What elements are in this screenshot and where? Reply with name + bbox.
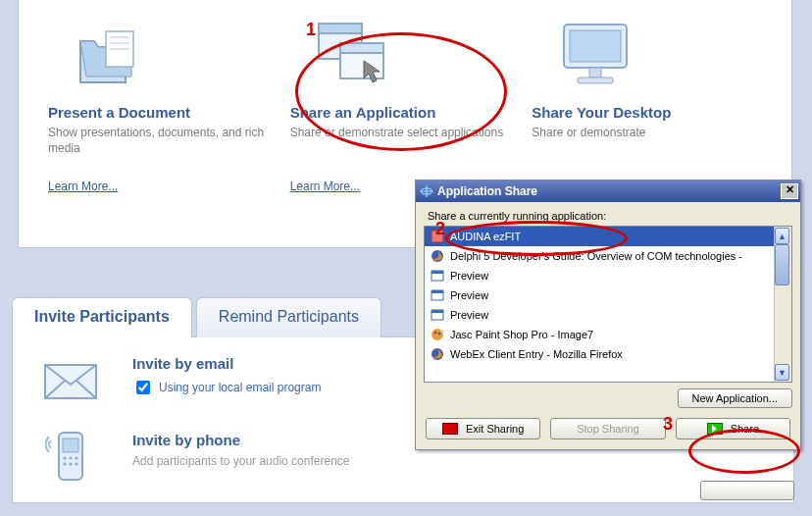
- svg-rect-5: [319, 24, 362, 33]
- tab-remind-participants[interactable]: Remind Participants: [196, 297, 381, 337]
- globe-icon: [420, 184, 433, 198]
- list-scrollbar[interactable]: ▲ ▼: [774, 227, 791, 382]
- app-item-preview[interactable]: Preview: [425, 285, 791, 305]
- checkbox-text: Using your local email program: [159, 381, 321, 394]
- stop-square-icon: [442, 423, 458, 435]
- windows-cursor-icon: [290, 8, 418, 102]
- option-desc: Share or demonstrate select applications: [290, 125, 503, 158]
- application-share-dialog: Application Share ✕ Share a currently ru…: [415, 180, 801, 450]
- option-desc: Share or demonstrate: [532, 125, 645, 158]
- scroll-thumb[interactable]: [775, 244, 789, 285]
- option-share-application[interactable]: Share an Application Share or demonstrat…: [290, 8, 533, 193]
- button-label: Exit Sharing: [466, 423, 524, 435]
- invite-email-title: Invite by email: [132, 355, 321, 372]
- app-label: Preview: [450, 270, 488, 282]
- app-item-preview[interactable]: Preview: [425, 266, 791, 285]
- scroll-up-icon[interactable]: ▲: [775, 228, 789, 244]
- app-item-audina[interactable]: AUDINA ezFIT: [425, 227, 791, 246]
- option-title: Share an Application: [290, 104, 436, 121]
- local-email-checkbox-label[interactable]: Using your local email program: [132, 378, 321, 397]
- svg-rect-23: [431, 231, 443, 242]
- paintshop-icon: [431, 328, 444, 341]
- button-label: Share: [731, 423, 759, 435]
- app-item-webex[interactable]: WebEx Client Entry - Mozilla Firefox: [425, 344, 791, 364]
- svg-rect-11: [578, 77, 613, 83]
- app-label: Preview: [450, 289, 488, 301]
- firefox-icon: [431, 347, 444, 361]
- app-item-jasc[interactable]: Jasc Paint Shop Pro - Image7: [425, 325, 791, 344]
- window-icon: [431, 288, 444, 302]
- dialog-title: Application Share: [437, 184, 781, 198]
- svg-point-19: [69, 462, 72, 465]
- scroll-down-icon[interactable]: ▼: [775, 364, 789, 381]
- option-present-document[interactable]: Present a Document Show presentations, d…: [48, 8, 290, 193]
- app-label: Preview: [450, 309, 488, 321]
- svg-rect-26: [431, 271, 443, 274]
- phone-icon: [36, 432, 105, 485]
- invite-phone-desc: Add participants to your audio conferenc…: [132, 454, 349, 468]
- local-email-checkbox[interactable]: [136, 381, 150, 394]
- monitor-icon: [532, 8, 659, 102]
- option-title: Share Your Desktop: [532, 104, 671, 121]
- svg-rect-14: [63, 439, 78, 452]
- app-label: WebEx Client Entry - Mozilla Firefox: [450, 348, 623, 360]
- exit-sharing-button[interactable]: Exit Sharing: [426, 418, 540, 439]
- svg-point-18: [63, 462, 66, 465]
- envelope-icon: [36, 355, 105, 408]
- svg-point-33: [438, 333, 441, 335]
- svg-point-20: [75, 462, 77, 465]
- share-button[interactable]: Share: [676, 418, 790, 439]
- dialog-titlebar[interactable]: Application Share ✕: [416, 181, 800, 202]
- learn-more-link[interactable]: Learn More...: [48, 180, 118, 193]
- app-label: Jasc Paint Shop Pro - Image7: [450, 329, 593, 340]
- app-icon: [431, 230, 444, 243]
- close-icon[interactable]: ✕: [781, 183, 798, 199]
- option-desc: Show presentations, documents, and rich …: [48, 125, 279, 158]
- firefox-icon: [431, 249, 444, 263]
- svg-rect-9: [570, 30, 621, 62]
- dialog-prompt: Share a currently running application:: [428, 210, 792, 222]
- svg-rect-7: [340, 43, 383, 53]
- copy-link-button-partial[interactable]: Copy Link: [700, 481, 794, 500]
- app-label: AUDINA ezFIT: [450, 231, 521, 242]
- invite-phone-title: Invite by phone: [132, 432, 349, 448]
- stop-sharing-button: Stop Sharing: [550, 418, 665, 439]
- new-application-button[interactable]: New Application...: [678, 388, 792, 408]
- svg-rect-30: [431, 310, 443, 313]
- svg-point-32: [434, 332, 437, 335]
- learn-more-link[interactable]: Learn More...: [290, 180, 360, 193]
- svg-point-15: [63, 456, 66, 459]
- window-icon: [431, 269, 444, 283]
- app-item-delphi[interactable]: Delphi 5 Developer's Guide: Overview of …: [425, 246, 791, 266]
- app-item-preview[interactable]: Preview: [425, 305, 791, 325]
- option-share-desktop[interactable]: Share Your Desktop Share or demonstrate: [532, 8, 774, 193]
- svg-point-17: [75, 456, 77, 459]
- folder-document-icon: [48, 8, 176, 102]
- tab-invite-participants[interactable]: Invite Participants: [12, 297, 192, 337]
- svg-point-16: [69, 456, 72, 459]
- application-list[interactable]: AUDINA ezFIT Delphi 5 Developer's Guide:…: [424, 226, 792, 383]
- play-icon: [707, 423, 723, 435]
- option-title: Present a Document: [48, 104, 190, 121]
- svg-rect-28: [431, 290, 443, 293]
- window-icon: [431, 308, 444, 322]
- svg-point-31: [431, 329, 443, 340]
- svg-rect-10: [589, 68, 601, 77]
- app-label: Delphi 5 Developer's Guide: Overview of …: [450, 250, 742, 262]
